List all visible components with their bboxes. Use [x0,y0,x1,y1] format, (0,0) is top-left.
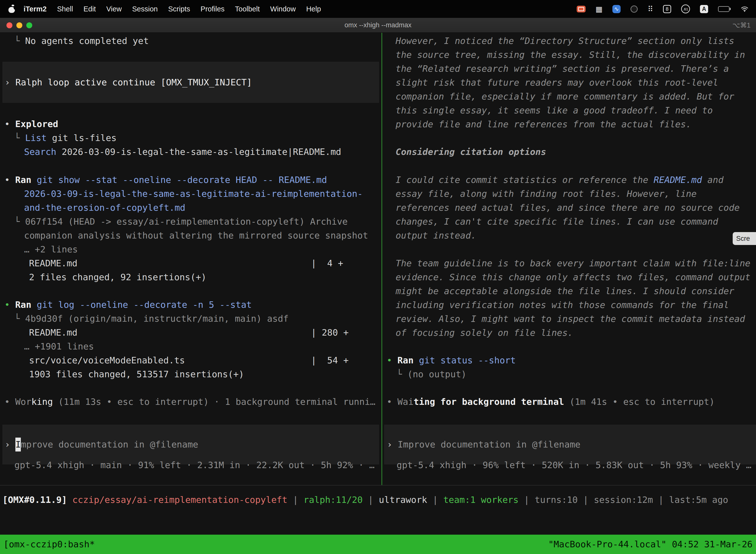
thinking-line: this single essay, it seems like a good … [382,104,756,117]
ran-git-log-line: • Ran git log --oneline --decorate -n 5 … [0,298,381,312]
git-show-block: • Ran git show --stat --oneline --decora… [0,173,381,284]
git-log-command: git log --oneline --decorate -n 5 --stat [31,299,252,310]
menu-item-window[interactable]: Window [265,5,301,13]
essay-filename-line-1: 2026-03-09-is-legal-the-same-as-legitima… [0,187,381,201]
thinking-line: companion file, especially if more comme… [382,90,756,104]
model-status-line-right: gpt-5.4 xhigh · 96% left · 520K in · 5.8… [382,458,756,472]
git-log-block: • Ran git log --oneline --decorate -n 5 … [0,298,381,381]
status-separator [0,485,756,486]
diffstat-summary: 1903 files changed, 513517 insertions(+) [0,367,381,381]
close-button[interactable] [6,22,12,28]
wifi-icon[interactable] [741,6,749,12]
log-commit-line: └ 4b9d30f (origin/main, instructkr/main,… [0,312,381,326]
thinking-line: However, I noticed the “Directory Struct… [382,34,756,48]
commit-message-line-2: companion analysis without altering the … [0,229,381,242]
thinking-line: evidence. Since this change only affects… [382,270,756,284]
apple-leaf [11,4,15,7]
dots-grid-icon[interactable]: ⠿ [648,5,653,13]
prompt-chevron: › [387,438,397,451]
ran-git-status-line: • Ran git status --short [382,353,756,367]
menu-item-toolbelt[interactable]: Toolbelt [230,5,265,13]
list-command-line: └ List git ls-files [0,131,381,145]
menu-item-help[interactable]: Help [301,5,326,13]
git-show-command: git show --stat --oneline --decorate HEA… [31,175,327,185]
thinking-line: essay file, along with finding root file… [382,187,756,201]
diffstat-file-row: src/voice/voiceModeEnabled.ts| 54 + [0,353,381,367]
battery-gauge-icon[interactable]: .61 [681,4,690,13]
diffstat-count: | 280 + [311,326,349,340]
more-lines-indicator: … +1901 lines [0,340,381,353]
diffstat-summary: 2 files changed, 92 insertions(+) [0,270,381,284]
battery-tip [730,8,731,10]
omx-status-line: [OMX#0.11.9] cczip/essay/ai-reimplementa… [2,493,756,507]
waiting-status-line: • Waiting for background terminal (1m 41… [382,395,756,409]
diffstat-count: | 54 + [311,353,349,367]
zoom-button[interactable] [26,22,32,28]
apple-menu-icon[interactable] [8,5,15,13]
thinking-line: I could cite commit statistics or refere… [382,173,756,187]
keycap-icon[interactable]: 8 [663,5,671,13]
left-pane: └ No agents completed yet › Ralph loop a… [0,33,381,485]
tmux-session-label: [omx-cczip0:bash* [3,535,95,554]
diffstat-count: | 4 + [311,257,343,270]
text-cursor: I [15,438,21,451]
menu-bar: iTerm2 Shell Edit View Session Scripts P… [0,0,756,18]
menu-item-view[interactable]: View [101,5,127,13]
screen-recording-indicator-icon[interactable] [577,6,586,12]
swift-app-icon[interactable]: ∿ [612,5,621,13]
omx-mode: ultrawork [379,495,427,505]
search-command-line: Search 2026-03-09-is-legal-the-same-as-l… [0,145,381,159]
menu-item-scripts[interactable]: Scripts [163,5,195,13]
working-status-line: • Working (11m 13s • esc to interrupt) ·… [0,395,381,409]
omx-session-info: | turns:10 | session:12m | last:5m ago [519,495,728,505]
ran-git-show-line: • Ran git show --stat --oneline --decora… [0,173,381,187]
right-pane: However, I noticed the “Directory Struct… [382,33,756,485]
thinking-line: might be acceptable alongside the file l… [382,284,756,298]
menu-item-edit[interactable]: Edit [78,5,101,13]
readme-link[interactable]: README.md [653,175,702,185]
thinking-line: the “Related research writing” section i… [382,62,756,76]
battery-icon[interactable] [718,6,731,12]
omx-branch-path: cczip/essay/ai-reimplementation-copyleft [72,495,288,505]
menu-item-profiles[interactable]: Profiles [195,5,230,13]
prompt-chevron: › [5,438,15,451]
thinking-line: references need actual files, and since … [382,201,756,215]
thinking-line: review. Also, I might want to inspect th… [382,312,756,326]
battery-body [718,6,730,12]
grid-app-icon[interactable]: ▦ [595,5,603,13]
thinking-heading: Considering citation options [382,145,756,159]
minimize-button[interactable] [16,22,22,28]
screen-edge-tooltip[interactable]: Scre [733,232,756,245]
explored-block: • Explored └ List git ls-files Search 20… [0,117,381,159]
thinking-line: slight risk that future readers may over… [382,76,756,90]
traffic-lights [0,22,32,28]
essay-filename-line-2: and-the-erosion-of-copyleft.md [0,201,381,215]
no-agents-line: └ No agents completed yet [0,34,381,48]
terminal: └ No agents completed yet › Ralph loop a… [0,33,756,535]
git-status-command: git status --short [414,355,516,365]
search-verb: Search [24,147,56,157]
model-status-line-left: gpt-5.4 xhigh · main · 91% left · 2.31M … [0,458,381,472]
omx-team: team:1 workers [443,495,518,505]
tmux-host-clock: "MacBook-Pro-44.local" 04:52 31-Mar-26 [548,535,753,554]
diffstat-file-row: README.md| 280 + [0,326,381,340]
omx-ralph-counter: ralph:11/20 [304,495,363,505]
omx-version: [OMX#0.11.9] [2,495,72,505]
thinking-line: of focusing solely on file lines. [382,326,756,340]
thinking-paragraph-2: I could cite commit statistics or refere… [382,173,756,242]
menu-items: iTerm2 Shell Edit View Session Scripts P… [18,5,326,13]
prompt-chevron: › [5,75,15,89]
diffstat-file-row: README.md| 4 + [0,257,381,270]
dark-circle-app-icon[interactable] [630,5,638,13]
input-source-icon[interactable]: A [700,5,708,13]
window-shortcut-badge: ⌥⌘1 [733,21,756,29]
window-title: omx --xhigh --madmax [0,21,756,29]
menu-item-iterm2[interactable]: iTerm2 [18,5,52,13]
list-verb: List [25,133,47,143]
menu-item-shell[interactable]: Shell [52,5,78,13]
tmux-status-bar: [omx-cczip0:bash* "MacBook-Pro-44.local"… [0,535,756,554]
explored-line: • Explored [0,117,381,131]
menu-item-session[interactable]: Session [127,5,163,13]
no-output-line: └ (no output) [382,367,756,381]
thinking-line: changes, I can't cite specific file line… [382,215,756,229]
